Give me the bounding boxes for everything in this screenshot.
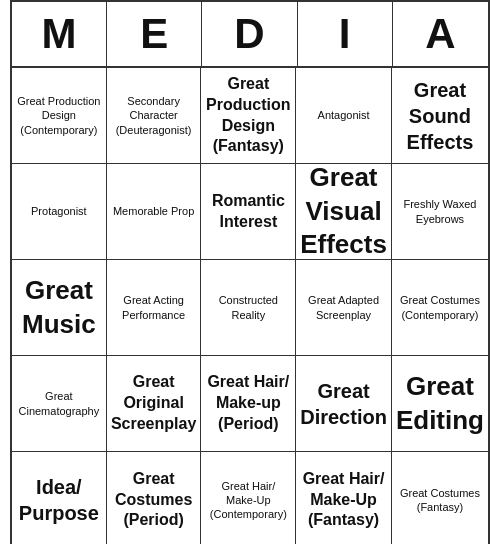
bingo-cell-text-14: Great Costumes (Contemporary): [396, 293, 484, 322]
bingo-cell-text-24: Great Costumes (Fantasy): [396, 486, 484, 515]
bingo-cell-13[interactable]: Great Adapted Screenplay: [296, 260, 392, 356]
bingo-cell-16[interactable]: Great Original Screenplay: [107, 356, 202, 452]
bingo-cell-text-8: Great Visual Effects: [300, 161, 387, 262]
bingo-cell-0[interactable]: Great Production Design (Contemporary): [12, 68, 107, 164]
bingo-cell-text-19: Great Editing: [396, 370, 484, 438]
bingo-header: MEDIA: [12, 2, 488, 68]
bingo-cell-text-0: Great Production Design (Contemporary): [16, 94, 102, 137]
bingo-grid: Great Production Design (Contemporary)Se…: [12, 68, 488, 544]
bingo-cell-10[interactable]: Great Music: [12, 260, 107, 356]
header-letter-e: E: [107, 2, 202, 66]
bingo-cell-text-12: Constructed Reality: [205, 293, 291, 322]
bingo-cell-3[interactable]: Antagonist: [296, 68, 392, 164]
bingo-cell-text-18: Great Direction: [300, 378, 387, 430]
bingo-cell-7[interactable]: Romantic Interest: [201, 164, 296, 260]
bingo-cell-17[interactable]: Great Hair/ Make-up (Period): [201, 356, 296, 452]
bingo-cell-text-16: Great Original Screenplay: [111, 372, 197, 434]
bingo-cell-11[interactable]: Great Acting Performance: [107, 260, 202, 356]
bingo-cell-12[interactable]: Constructed Reality: [201, 260, 296, 356]
bingo-cell-18[interactable]: Great Direction: [296, 356, 392, 452]
bingo-cell-text-17: Great Hair/ Make-up (Period): [205, 372, 291, 434]
bingo-cell-24[interactable]: Great Costumes (Fantasy): [392, 452, 488, 544]
bingo-cell-text-21: Great Costumes (Period): [111, 469, 197, 531]
bingo-cell-text-6: Memorable Prop: [113, 204, 194, 218]
bingo-cell-22[interactable]: Great Hair/ Make-Up (Contemporary): [201, 452, 296, 544]
header-letter-d: D: [202, 2, 297, 66]
bingo-cell-text-10: Great Music: [16, 274, 102, 342]
bingo-cell-text-23: Great Hair/ Make-Up (Fantasy): [300, 469, 387, 531]
bingo-cell-9[interactable]: Freshly Waxed Eyebrows: [392, 164, 488, 260]
bingo-cell-text-1: Secondary Character (Deuteragonist): [111, 94, 197, 137]
bingo-cell-20[interactable]: Idea/ Purpose: [12, 452, 107, 544]
bingo-cell-23[interactable]: Great Hair/ Make-Up (Fantasy): [296, 452, 392, 544]
bingo-cell-8[interactable]: Great Visual Effects: [296, 164, 392, 260]
bingo-cell-text-15: Great Cinematography: [16, 389, 102, 418]
header-letter-a: A: [393, 2, 488, 66]
bingo-cell-2[interactable]: Great Production Design (Fantasy): [201, 68, 296, 164]
bingo-card: MEDIA Great Production Design (Contempor…: [10, 0, 490, 544]
bingo-cell-text-22: Great Hair/ Make-Up (Contemporary): [205, 479, 291, 522]
bingo-cell-21[interactable]: Great Costumes (Period): [107, 452, 202, 544]
bingo-cell-text-4: Great Sound Effects: [396, 77, 484, 155]
bingo-cell-text-9: Freshly Waxed Eyebrows: [396, 197, 484, 226]
bingo-cell-19[interactable]: Great Editing: [392, 356, 488, 452]
bingo-cell-text-5: Protagonist: [31, 204, 87, 218]
bingo-cell-text-7: Romantic Interest: [205, 191, 291, 233]
bingo-cell-text-2: Great Production Design (Fantasy): [205, 74, 291, 157]
header-letter-i: I: [298, 2, 393, 66]
bingo-cell-15[interactable]: Great Cinematography: [12, 356, 107, 452]
bingo-cell-text-11: Great Acting Performance: [111, 293, 197, 322]
bingo-cell-4[interactable]: Great Sound Effects: [392, 68, 488, 164]
header-letter-m: M: [12, 2, 107, 66]
bingo-cell-text-20: Idea/ Purpose: [16, 474, 102, 526]
bingo-cell-text-3: Antagonist: [318, 108, 370, 122]
bingo-cell-1[interactable]: Secondary Character (Deuteragonist): [107, 68, 202, 164]
bingo-cell-5[interactable]: Protagonist: [12, 164, 107, 260]
bingo-cell-text-13: Great Adapted Screenplay: [300, 293, 387, 322]
bingo-cell-14[interactable]: Great Costumes (Contemporary): [392, 260, 488, 356]
bingo-cell-6[interactable]: Memorable Prop: [107, 164, 202, 260]
